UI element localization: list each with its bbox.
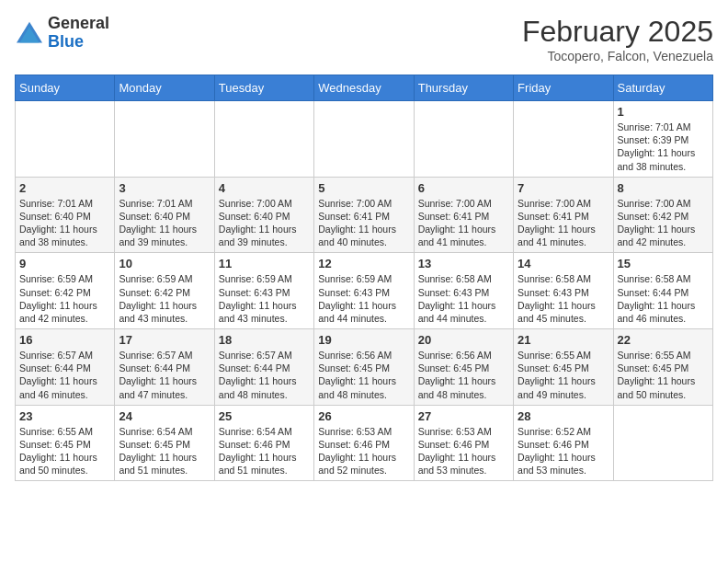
day-info: Sunrise: 6:56 AM Sunset: 6:45 PM Dayligh… [418,349,509,401]
calendar-cell [613,405,712,481]
day-number: 17 [119,333,210,347]
day-info: Sunrise: 6:53 AM Sunset: 6:46 PM Dayligh… [418,425,509,477]
day-info: Sunrise: 6:52 AM Sunset: 6:46 PM Dayligh… [518,425,609,477]
calendar-cell: 20Sunrise: 6:56 AM Sunset: 6:45 PM Dayli… [414,329,513,406]
day-number: 10 [119,257,210,270]
calendar-week-row: 1Sunrise: 7:01 AM Sunset: 6:39 PM Daylig… [16,101,713,178]
col-header-saturday: Saturday [613,75,712,101]
calendar-cell: 6Sunrise: 7:00 AM Sunset: 6:41 PM Daylig… [414,177,513,253]
calendar-cell [514,101,613,178]
day-number: 27 [418,409,509,423]
day-number: 25 [219,409,310,423]
day-info: Sunrise: 6:55 AM Sunset: 6:45 PM Dayligh… [518,349,609,401]
day-number: 21 [518,333,609,347]
calendar-cell: 14Sunrise: 6:58 AM Sunset: 6:43 PM Dayli… [514,253,613,329]
day-info: Sunrise: 7:00 AM Sunset: 6:41 PM Dayligh… [518,197,609,249]
logo-text: General Blue [48,15,109,52]
day-number: 4 [219,181,310,195]
calendar-cell: 2Sunrise: 7:01 AM Sunset: 6:40 PM Daylig… [16,177,115,253]
day-number: 2 [19,181,110,195]
day-info: Sunrise: 7:01 AM Sunset: 6:39 PM Dayligh… [618,121,709,173]
calendar-cell: 10Sunrise: 6:59 AM Sunset: 6:42 PM Dayli… [115,253,214,329]
calendar-cell: 9Sunrise: 6:59 AM Sunset: 6:42 PM Daylig… [16,253,115,329]
day-number: 14 [518,257,609,270]
day-info: Sunrise: 6:59 AM Sunset: 6:43 PM Dayligh… [219,272,310,325]
calendar-week-row: 9Sunrise: 6:59 AM Sunset: 6:42 PM Daylig… [16,253,713,329]
month-title: February 2025 [522,15,713,49]
calendar-week-row: 16Sunrise: 6:57 AM Sunset: 6:44 PM Dayli… [16,329,713,406]
col-header-thursday: Thursday [414,75,513,101]
location: Tocopero, Falcon, Venezuela [522,49,713,63]
calendar-cell: 24Sunrise: 6:54 AM Sunset: 6:45 PM Dayli… [115,405,214,481]
day-info: Sunrise: 6:57 AM Sunset: 6:44 PM Dayligh… [19,349,110,401]
day-number: 22 [618,333,709,347]
calendar-cell: 17Sunrise: 6:57 AM Sunset: 6:44 PM Dayli… [115,329,214,406]
day-number: 24 [119,409,210,423]
day-number: 26 [318,409,409,423]
calendar-cell: 21Sunrise: 6:55 AM Sunset: 6:45 PM Dayli… [514,329,613,406]
calendar-cell: 23Sunrise: 6:55 AM Sunset: 6:45 PM Dayli… [16,405,115,481]
calendar-cell: 8Sunrise: 7:00 AM Sunset: 6:42 PM Daylig… [613,177,712,253]
day-info: Sunrise: 7:00 AM Sunset: 6:40 PM Dayligh… [219,197,310,249]
day-info: Sunrise: 6:57 AM Sunset: 6:44 PM Dayligh… [219,349,310,401]
calendar-cell: 3Sunrise: 7:01 AM Sunset: 6:40 PM Daylig… [115,177,214,253]
day-info: Sunrise: 7:01 AM Sunset: 6:40 PM Dayligh… [119,197,210,249]
calendar-cell [414,101,513,178]
calendar-cell: 27Sunrise: 6:53 AM Sunset: 6:46 PM Dayli… [414,405,513,481]
day-info: Sunrise: 7:00 AM Sunset: 6:42 PM Dayligh… [618,197,709,249]
day-info: Sunrise: 6:56 AM Sunset: 6:45 PM Dayligh… [318,349,409,401]
calendar-table: SundayMondayTuesdayWednesdayThursdayFrid… [15,75,713,481]
day-number: 5 [318,181,409,195]
day-info: Sunrise: 6:58 AM Sunset: 6:44 PM Dayligh… [618,272,709,325]
calendar-cell: 5Sunrise: 7:00 AM Sunset: 6:41 PM Daylig… [314,177,414,253]
day-info: Sunrise: 7:01 AM Sunset: 6:40 PM Dayligh… [19,197,110,249]
calendar-cell [314,101,414,178]
logo-general: General [48,15,109,33]
day-info: Sunrise: 6:57 AM Sunset: 6:44 PM Dayligh… [119,349,210,401]
calendar-cell: 12Sunrise: 6:59 AM Sunset: 6:43 PM Dayli… [314,253,414,329]
day-number: 28 [518,409,609,423]
calendar-cell: 19Sunrise: 6:56 AM Sunset: 6:45 PM Dayli… [314,329,414,406]
day-number: 1 [618,105,709,119]
day-number: 23 [19,409,110,423]
calendar-cell: 11Sunrise: 6:59 AM Sunset: 6:43 PM Dayli… [214,253,313,329]
logo-icon [15,20,44,46]
calendar-cell: 28Sunrise: 6:52 AM Sunset: 6:46 PM Dayli… [514,405,613,481]
calendar-cell: 13Sunrise: 6:58 AM Sunset: 6:43 PM Dayli… [414,253,513,329]
day-info: Sunrise: 6:54 AM Sunset: 6:46 PM Dayligh… [219,425,310,477]
day-number: 11 [219,257,310,270]
calendar-cell: 7Sunrise: 7:00 AM Sunset: 6:41 PM Daylig… [514,177,613,253]
calendar-week-row: 2Sunrise: 7:01 AM Sunset: 6:40 PM Daylig… [16,177,713,253]
calendar-cell [214,101,313,178]
calendar-week-row: 23Sunrise: 6:55 AM Sunset: 6:45 PM Dayli… [16,405,713,481]
col-header-wednesday: Wednesday [314,75,414,101]
day-number: 12 [318,257,409,270]
col-header-tuesday: Tuesday [214,75,313,101]
day-info: Sunrise: 7:00 AM Sunset: 6:41 PM Dayligh… [318,197,409,249]
day-info: Sunrise: 6:59 AM Sunset: 6:42 PM Dayligh… [19,272,110,325]
day-number: 9 [19,257,110,270]
day-number: 3 [119,181,210,195]
day-info: Sunrise: 6:59 AM Sunset: 6:42 PM Dayligh… [119,272,210,325]
calendar-header-row: SundayMondayTuesdayWednesdayThursdayFrid… [16,75,713,101]
day-number: 16 [19,333,110,347]
day-info: Sunrise: 6:58 AM Sunset: 6:43 PM Dayligh… [418,272,509,325]
day-number: 8 [618,181,709,195]
col-header-monday: Monday [115,75,214,101]
page-header: General Blue February 2025 Tocopero, Fal… [15,15,713,63]
day-info: Sunrise: 6:58 AM Sunset: 6:43 PM Dayligh… [518,272,609,325]
col-header-sunday: Sunday [16,75,115,101]
calendar-cell: 4Sunrise: 7:00 AM Sunset: 6:40 PM Daylig… [214,177,313,253]
calendar-cell [16,101,115,178]
day-info: Sunrise: 6:53 AM Sunset: 6:46 PM Dayligh… [318,425,409,477]
day-number: 15 [618,257,709,270]
calendar-cell: 18Sunrise: 6:57 AM Sunset: 6:44 PM Dayli… [214,329,313,406]
calendar-cell: 16Sunrise: 6:57 AM Sunset: 6:44 PM Dayli… [16,329,115,406]
logo: General Blue [15,15,109,52]
logo-blue: Blue [48,33,109,52]
calendar-cell: 25Sunrise: 6:54 AM Sunset: 6:46 PM Dayli… [214,405,313,481]
day-info: Sunrise: 6:55 AM Sunset: 6:45 PM Dayligh… [19,425,110,477]
day-info: Sunrise: 7:00 AM Sunset: 6:41 PM Dayligh… [418,197,509,249]
day-number: 18 [219,333,310,347]
col-header-friday: Friday [514,75,613,101]
